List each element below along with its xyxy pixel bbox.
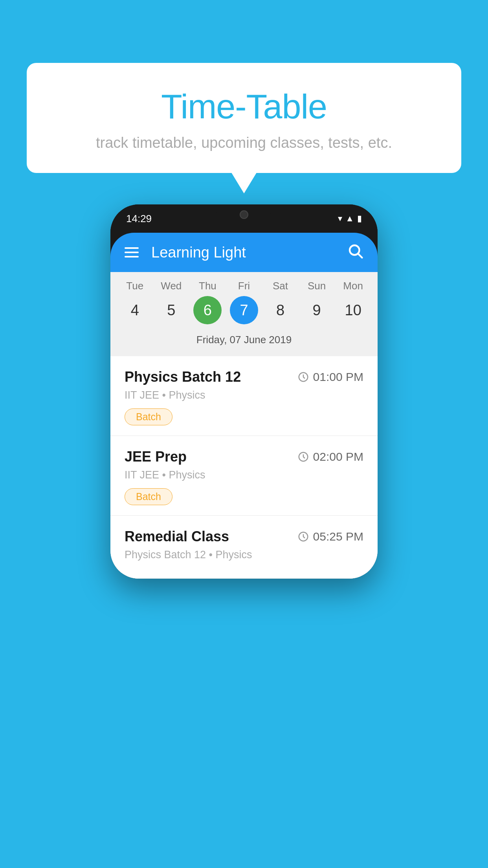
class-time-text: 02:00 PM: [313, 450, 363, 463]
clock-icon: [297, 451, 309, 463]
phone-frame: 14:29 ▾ ▲ ▮ Learning Light: [110, 204, 378, 579]
day-number[interactable]: 6: [193, 296, 222, 324]
class-time-text: 05:25 PM: [313, 530, 363, 543]
day-number[interactable]: 10: [339, 296, 367, 324]
batch-badge: Batch: [125, 408, 172, 425]
day-number[interactable]: 8: [266, 296, 295, 324]
class-header: Physics Batch 1201:00 PM: [125, 369, 363, 385]
selected-date-label: Friday, 07 June 2019: [110, 331, 378, 350]
day-col-mon[interactable]: Mon10: [338, 280, 369, 324]
class-subject: IIT JEE • Physics: [125, 469, 363, 481]
day-label: Sun: [308, 280, 326, 292]
class-subject: IIT JEE • Physics: [125, 389, 363, 401]
day-col-sat[interactable]: Sat8: [265, 280, 296, 324]
status-bar: 14:29 ▾ ▲ ▮: [110, 204, 378, 233]
day-col-thu[interactable]: Thu6: [192, 280, 223, 324]
app-toolbar: Learning Light: [110, 233, 378, 272]
day-col-sun[interactable]: Sun9: [301, 280, 332, 324]
class-item[interactable]: JEE Prep02:00 PMIIT JEE • PhysicsBatch: [110, 436, 378, 516]
class-time-text: 01:00 PM: [313, 370, 363, 384]
signal-icon: ▲: [345, 213, 354, 224]
day-number[interactable]: 9: [303, 296, 331, 324]
hamburger-line-3: [125, 256, 139, 257]
phone-inner: Learning Light Tue4Wed5Thu6Fri7Sat8Sun9M…: [110, 233, 378, 579]
clock-icon: [297, 531, 309, 542]
status-time: 14:29: [126, 213, 152, 225]
app-title: Learning Light: [151, 244, 246, 261]
day-label: Fri: [238, 280, 250, 292]
day-label: Sat: [273, 280, 288, 292]
day-col-tue[interactable]: Tue4: [119, 280, 150, 324]
toolbar-left: Learning Light: [125, 244, 246, 261]
search-button[interactable]: [347, 243, 363, 263]
calendar-section: Tue4Wed5Thu6Fri7Sat8Sun9Mon10 Friday, 07…: [110, 272, 378, 356]
svg-line-1: [359, 254, 362, 257]
class-list: Physics Batch 1201:00 PMIIT JEE • Physic…: [110, 356, 378, 579]
days-row: Tue4Wed5Thu6Fri7Sat8Sun9Mon10: [110, 280, 378, 324]
phone-notch: [216, 204, 272, 225]
day-label: Tue: [126, 280, 143, 292]
class-time: 01:00 PM: [297, 370, 363, 384]
wifi-icon: ▾: [338, 213, 342, 224]
class-time: 02:00 PM: [297, 450, 363, 463]
class-subject: Physics Batch 12 • Physics: [125, 549, 363, 561]
class-name: Remedial Class: [125, 528, 229, 545]
hamburger-line-1: [125, 247, 139, 249]
day-number[interactable]: 5: [157, 296, 185, 324]
class-name: Physics Batch 12: [125, 369, 241, 385]
day-label: Mon: [343, 280, 363, 292]
day-label: Wed: [161, 280, 182, 292]
speech-bubble-container: Time-Table track timetable, upcoming cla…: [27, 63, 461, 173]
day-label: Thu: [199, 280, 216, 292]
class-item[interactable]: Physics Batch 1201:00 PMIIT JEE • Physic…: [110, 356, 378, 436]
bubble-subtitle: track timetable, upcoming classes, tests…: [42, 134, 446, 151]
day-number[interactable]: 7: [230, 296, 258, 324]
class-name: JEE Prep: [125, 449, 187, 465]
clock-icon: [297, 371, 309, 383]
hamburger-line-2: [125, 252, 139, 253]
bubble-title: Time-Table: [42, 86, 446, 127]
class-header: Remedial Class05:25 PM: [125, 528, 363, 545]
class-header: JEE Prep02:00 PM: [125, 449, 363, 465]
day-col-wed[interactable]: Wed5: [156, 280, 187, 324]
svg-point-0: [350, 245, 360, 255]
battery-icon: ▮: [357, 213, 362, 224]
hamburger-menu-icon[interactable]: [125, 247, 139, 257]
speech-bubble: Time-Table track timetable, upcoming cla…: [27, 63, 461, 173]
day-col-fri[interactable]: Fri7: [228, 280, 260, 324]
day-number[interactable]: 4: [121, 296, 149, 324]
batch-badge: Batch: [125, 488, 172, 505]
class-item[interactable]: Remedial Class05:25 PMPhysics Batch 12 •…: [110, 516, 378, 579]
phone-wrapper: 14:29 ▾ ▲ ▮ Learning Light: [110, 204, 378, 579]
status-icons: ▾ ▲ ▮: [338, 213, 362, 224]
phone-camera: [240, 210, 248, 219]
class-time: 05:25 PM: [297, 530, 363, 543]
